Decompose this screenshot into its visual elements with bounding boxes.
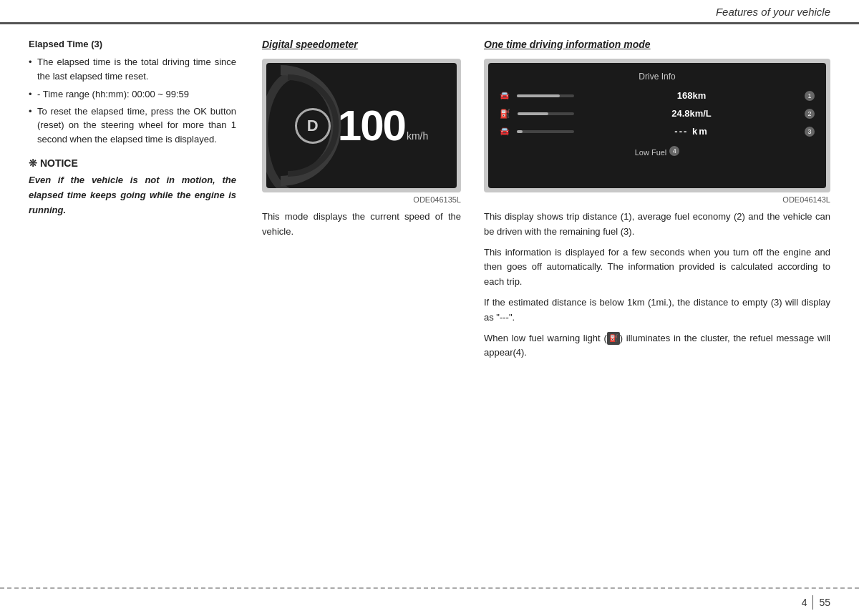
bullet-1: The elapsed time is the total driving ti…	[29, 55, 236, 83]
low-fuel-label: Low Fuel	[635, 148, 667, 157]
row2-left: ⛽	[500, 109, 578, 119]
row1-bar	[517, 94, 574, 97]
row2-num: 2	[805, 109, 815, 119]
low-fuel-num: 4	[669, 146, 679, 156]
row3-value: --- km	[674, 126, 708, 137]
row1-icon: 🚘	[500, 91, 510, 100]
left-column: Elapsed Time (3) The elapsed time is the…	[29, 39, 251, 562]
row1-bar-fill	[517, 94, 560, 97]
speed-unit: km/h	[407, 130, 428, 142]
row1-left: 🚘	[500, 91, 578, 100]
elapsed-time-title: Elapsed Time (3)	[29, 39, 236, 49]
header-title: Features of your vehicle	[716, 6, 830, 18]
main-content: Elapsed Time (3) The elapsed time is the…	[0, 24, 859, 569]
drive-info-row-2: ⛽ 24.8km/L 2	[500, 107, 815, 120]
row2-bar	[518, 112, 574, 115]
drive-info-display: Drive Info 🚘 168km 1 ⛽	[488, 63, 826, 188]
footer: 4 55	[0, 587, 859, 616]
drive-info-image-code: ODE046143L	[484, 195, 830, 204]
drive-info-row-3: 🚘 --- km 3	[500, 124, 815, 138]
row3-bar	[517, 130, 574, 133]
gear-letter: D	[307, 117, 319, 135]
drive-info-title: One time driving information mode	[484, 39, 830, 50]
row2-value: 24.8km/L	[671, 108, 712, 119]
right-column: One time driving information mode Drive …	[472, 39, 830, 562]
page-num: 55	[819, 597, 830, 608]
sub-bullet-text: - Time range (hh:mm): 00:00 ~ 99:59	[37, 89, 189, 99]
notice-text: Even if the vehicle is not in motion, th…	[29, 173, 236, 217]
right-desc-2: This information is displayed for a few …	[484, 245, 830, 290]
right-desc-3: If the estimated distance is below 1km (…	[484, 295, 830, 326]
right-column-descriptions: This display shows trip distance (1), av…	[484, 210, 830, 361]
header: Features of your vehicle	[0, 0, 859, 24]
page-number: 4 55	[802, 595, 830, 610]
row1-value: 168km	[677, 90, 706, 101]
right-desc-1: This display shows trip distance (1), av…	[484, 210, 830, 240]
row3-left: 🚘	[500, 127, 578, 136]
elapsed-time-bullets: The elapsed time is the total driving ti…	[29, 55, 236, 146]
speedometer-image-code: ODE046135L	[262, 195, 461, 204]
row1-num: 1	[805, 91, 815, 101]
bullet-subitem: - Time range (hh:mm): 00:00 ~ 99:59	[29, 87, 236, 102]
speed-value: 100	[338, 104, 405, 147]
drive-info-row-1: 🚘 168km 1	[500, 89, 815, 102]
digital-speedometer-title: Digital speedometer	[262, 39, 461, 50]
row3-num: 3	[805, 127, 815, 137]
speedometer-image-container: D 100 km/h	[262, 59, 461, 192]
row2-bar-fill	[518, 112, 548, 115]
row3-icon: 🚘	[500, 127, 510, 136]
row2-icon: ⛽	[500, 109, 510, 119]
gear-indicator: D	[295, 108, 331, 144]
row3-bar-fill	[517, 130, 523, 133]
fuel-icon-inline: ⛽	[607, 332, 620, 345]
page-chapter: 4	[802, 597, 807, 608]
notice-box: ❊ NOTICE Even if the vehicle is not in m…	[29, 157, 236, 217]
drive-info-image-container: Drive Info 🚘 168km 1 ⛽	[484, 59, 830, 192]
speedometer-display: D 100 km/h	[266, 63, 457, 188]
bullet-2: To reset the elapsed time, press the OK …	[29, 104, 236, 147]
middle-column: Digital speedometer D 100 km/h	[251, 39, 472, 562]
speedometer-description: This mode displays the current speed of …	[262, 210, 461, 240]
notice-title: ❊ NOTICE	[29, 157, 236, 169]
drive-info-header: Drive Info	[500, 72, 815, 82]
page-divider	[812, 595, 813, 610]
right-desc-4: When low fuel warning light (⛽) illumina…	[484, 331, 830, 361]
